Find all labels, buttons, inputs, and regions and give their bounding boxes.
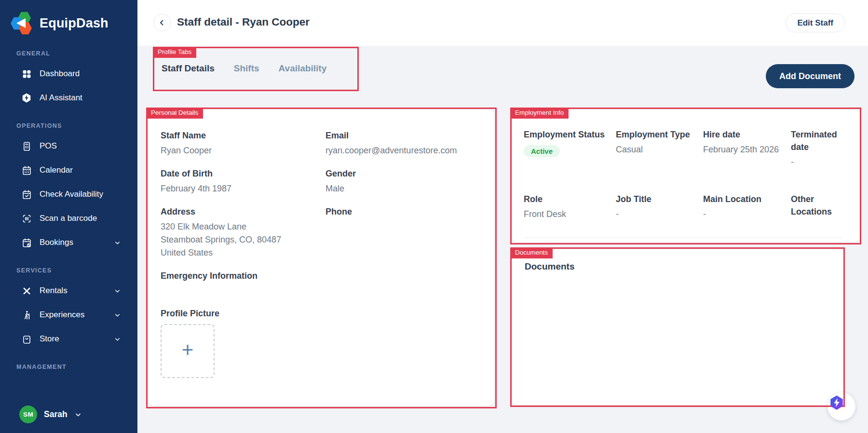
tab-shifts[interactable]: Shifts (225, 47, 268, 91)
crossed-skis-icon (21, 285, 32, 296)
field-hire-date: Hire date February 25th 2026 (703, 128, 791, 186)
sidebar-item-check-availability[interactable]: Check Availability (0, 182, 137, 206)
hiker-icon (21, 310, 32, 320)
sidebar: EquipDash GENERAL Dashboard AI (0, 0, 137, 433)
sidebar-item-dashboard[interactable]: Dashboard (0, 62, 137, 86)
sidebar-item-label: Dashboard (40, 69, 80, 79)
field-label: Hire date (703, 128, 785, 141)
field-value: - (791, 156, 841, 169)
sidebar-item-label: AI Assistant (40, 93, 82, 103)
field-label: Role (524, 193, 610, 205)
calendar-icon (21, 165, 32, 176)
avatar: SM (19, 406, 37, 423)
back-button[interactable] (153, 14, 171, 31)
sidebar-item-bookings[interactable]: Bookings (0, 230, 137, 255)
ai-chat-bolt-icon[interactable] (828, 394, 845, 411)
field-employment-type: Employment Type Casual (616, 128, 703, 186)
profile-tabs: Staff Details Shifts Availability (153, 47, 335, 91)
sidebar-item-label: Store (40, 334, 59, 344)
brand-logo[interactable]: EquipDash (11, 12, 108, 35)
status-badge: Active (524, 145, 560, 157)
field-value: Front Desk (524, 208, 610, 221)
field-terminated-date: Terminated date - (791, 128, 846, 186)
ai-assistant-icon (21, 93, 32, 103)
field-profile-picture: Profile Picture + (161, 307, 326, 378)
chevron-left-icon (158, 18, 166, 27)
field-value: 320 Elk Meadow Lane Steamboat Springs, C… (161, 220, 326, 259)
edit-staff-button[interactable]: Edit Staff (786, 14, 845, 32)
field-value: Male (326, 182, 480, 195)
dashboard-icon (21, 68, 32, 79)
personal-details-card: Staff Name Ryan Cooper Email ryan.cooper… (149, 110, 494, 406)
sidebar-item-ai-assistant[interactable]: AI Assistant (0, 86, 137, 110)
sidebar-item-label: Rentals (40, 286, 68, 296)
field-role: Role Front Desk (524, 193, 616, 243)
field-label: Email (326, 129, 480, 142)
field-label: Staff Name (161, 129, 326, 142)
documents-card: Documents (512, 250, 843, 405)
chevron-down-icon (114, 239, 121, 246)
barcode-scan-icon (21, 213, 32, 224)
sidebar-item-experiences[interactable]: Experiences (0, 303, 137, 327)
field-address: Address 320 Elk Meadow Lane Steamboat Sp… (161, 205, 326, 259)
user-name: Sarah (44, 409, 68, 419)
page-header: Staff detail - Ryan Cooper Edit Staff (137, 0, 868, 46)
field-label: Main Location (703, 193, 785, 205)
field-other-locations: Other Locations (791, 193, 846, 243)
field-label: Profile Picture (161, 307, 326, 320)
field-label: Employment Type (616, 128, 697, 141)
tab-availability[interactable]: Availability (270, 47, 336, 91)
sidebar-item-label: Bookings (40, 238, 73, 247)
field-value: February 25th 2026 (703, 143, 785, 156)
nav-section-operations: OPERATIONS (16, 122, 137, 129)
sidebar-item-label: Check Availability (40, 189, 103, 199)
field-staff-name: Staff Name Ryan Cooper (161, 129, 326, 157)
add-document-button[interactable]: Add Document (766, 64, 854, 88)
sidebar-item-label: Calendar (40, 165, 73, 175)
sidebar-item-label: POS (40, 141, 57, 151)
field-value: - (616, 208, 697, 221)
user-menu[interactable]: SM Sarah (19, 406, 82, 423)
shopping-bag-icon (21, 334, 32, 344)
sidebar-item-label: Scan a barcode (40, 214, 97, 223)
field-main-location: Main Location - (703, 193, 791, 243)
sidebar-item-rentals[interactable]: Rentals (0, 279, 137, 303)
nav-section-general: GENERAL (16, 50, 137, 57)
sidebar-item-store[interactable]: Store (0, 327, 137, 351)
field-label: Address (161, 205, 326, 218)
field-phone: Phone (326, 205, 480, 259)
field-employment-status: Employment Status Active (524, 128, 616, 186)
chevron-down-icon (74, 411, 82, 419)
sidebar-nav: GENERAL Dashboard AI Assistant OP (0, 41, 137, 375)
field-label: Terminated date (791, 128, 841, 153)
sidebar-item-scan-barcode[interactable]: Scan a barcode (0, 206, 137, 230)
app-root: EquipDash GENERAL Dashboard AI (0, 0, 868, 433)
sidebar-item-pos[interactable]: POS (0, 134, 137, 158)
field-label: Emergency Information (161, 270, 326, 282)
sidebar-item-calendar[interactable]: Calendar (0, 158, 137, 182)
calendar-check-icon (21, 189, 32, 200)
field-email: Email ryan.cooper@adventurestore.com (326, 129, 480, 157)
field-job-title: Job Title - (616, 193, 703, 243)
chevron-down-icon (114, 287, 121, 295)
field-value: February 4th 1987 (161, 182, 326, 195)
field-value: - (703, 208, 785, 221)
field-emergency-information: Emergency Information (161, 270, 326, 282)
field-gender: Gender Male (326, 167, 480, 195)
field-value: Ryan Cooper (161, 144, 326, 157)
sidebar-item-label: Experiences (40, 310, 85, 320)
pos-terminal-icon (21, 141, 32, 151)
nav-section-services: SERVICES (16, 267, 137, 274)
field-value: Casual (616, 143, 697, 156)
field-label: Date of Birth (161, 167, 326, 180)
page-title: Staff detail - Ryan Cooper (177, 16, 310, 28)
field-label: Gender (326, 167, 480, 180)
employment-info-card: Employment Status Active Employment Type… (512, 110, 860, 242)
field-label: Job Title (616, 193, 697, 205)
equipdash-logo-icon (11, 12, 34, 35)
documents-title: Documents (525, 261, 831, 272)
chevron-down-icon (114, 311, 121, 319)
profile-picture-upload[interactable]: + (161, 324, 215, 378)
tab-staff-details[interactable]: Staff Details (153, 47, 223, 91)
field-label: Employment Status (524, 128, 610, 141)
